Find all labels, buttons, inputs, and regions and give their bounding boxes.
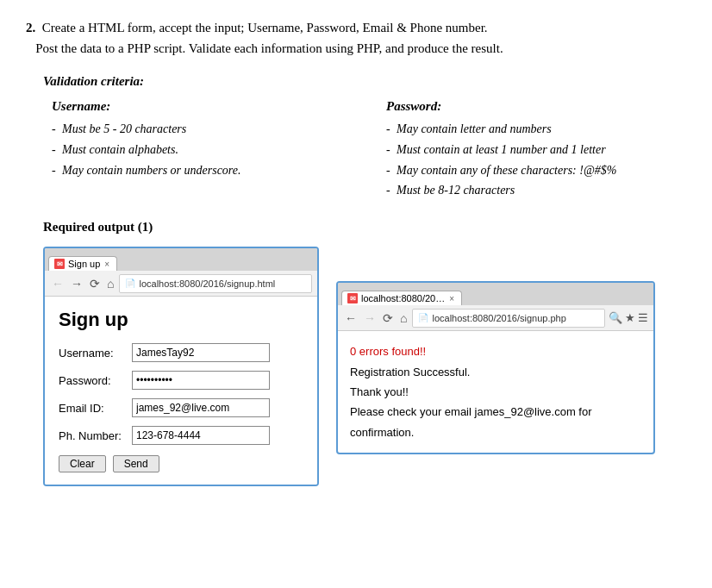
signup-address-bar[interactable]: 📄 localhost:8080/2016/signup.html (119, 274, 312, 293)
username-col-title: Username: (52, 99, 352, 114)
search-icon[interactable]: 🔍 (609, 311, 622, 324)
password-col: Password: May contain letter and numbers… (386, 99, 686, 201)
confirm-line: Please check your email james_92@live.co… (350, 402, 641, 442)
password-rule-3: May contain any of these characters: !@#… (386, 160, 686, 181)
signup-address-text: localhost:8080/2016/signup.html (139, 278, 275, 289)
result-address-page-icon: 📄 (418, 313, 428, 322)
username-label: Username: (59, 347, 132, 360)
thank-line: Thank you!! (350, 382, 641, 402)
required-output-title: Required output (1) (43, 220, 686, 235)
clear-button[interactable]: Clear (59, 455, 106, 472)
result-address-text: localhost:8080/2016/signup.php (432, 313, 565, 323)
result-browser-window: ✉ localhost:8080/2016/sign... × ← → ⟳ ⌂ … (336, 281, 655, 454)
signup-heading: Sign up (59, 309, 303, 331)
nav-home-btn[interactable]: ⌂ (105, 278, 116, 290)
password-row: Password: (59, 371, 303, 390)
signup-tab[interactable]: ✉ Sign up × (48, 256, 117, 271)
result-tab-close[interactable]: × (449, 294, 454, 303)
errors-line: 0 errors found!! (350, 341, 641, 361)
question-text: 2. Create a HTML form, accept the input;… (26, 17, 686, 59)
email-row: Email ID: (59, 398, 303, 417)
question-block: 2. Create a HTML form, accept the input;… (26, 17, 686, 486)
form-buttons: Clear Send (59, 455, 303, 472)
result-tab[interactable]: ✉ localhost:8080/2016/sign... × (341, 291, 462, 305)
username-rule-3: May contain numbers or underscore. (52, 160, 352, 181)
result-nav-home-btn[interactable]: ⌂ (398, 312, 409, 324)
password-rule-4: Must be 8-12 characters (386, 180, 686, 201)
username-rule-1: Must be 5 - 20 characters (52, 119, 352, 140)
result-nav-forward-btn[interactable]: → (362, 312, 378, 324)
result-content: 0 errors found!! Registration Successful… (338, 331, 653, 453)
password-input[interactable] (132, 371, 270, 390)
signup-tab-close[interactable]: × (104, 260, 109, 269)
username-rules: Must be 5 - 20 characters Must contain a… (52, 119, 352, 180)
username-col: Username: Must be 5 - 20 characters Must… (52, 99, 352, 201)
signup-browser-content: Sign up Username: Password: Email ID: Ph… (45, 297, 317, 485)
signup-browser-window: ✉ Sign up × ← → ⟳ ⌂ 📄 localhost:8080/201… (43, 247, 319, 486)
username-row: Username: (59, 343, 303, 362)
question-line1: Create a HTML form, accept the input; Us… (42, 21, 488, 34)
result-tab-favicon: ✉ (347, 293, 358, 303)
result-address-bar[interactable]: 📄 localhost:8080/2016/signup.php (412, 309, 605, 328)
phone-input[interactable] (132, 426, 270, 445)
nav-actions: 🔍 ★ ☰ (609, 311, 648, 324)
result-tab-label: localhost:8080/2016/sign... (361, 293, 446, 303)
signup-nav-bar: ← → ⟳ ⌂ 📄 localhost:8080/2016/signup.htm… (45, 271, 317, 297)
success-line: Registration Successful. (350, 362, 641, 382)
password-rule-2: Must contain at least 1 number and 1 let… (386, 140, 686, 160)
result-tab-bar: ✉ localhost:8080/2016/sign... × (338, 283, 653, 305)
nav-forward-btn[interactable]: → (69, 278, 84, 290)
question-line2: Post the data to a PHP script. Validate … (35, 41, 503, 55)
username-input[interactable] (132, 343, 270, 362)
address-page-icon: 📄 (125, 278, 135, 288)
phone-row: Ph. Number: (59, 426, 303, 445)
signup-tab-favicon: ✉ (54, 259, 65, 269)
username-rule-2: Must contain alphabets. (52, 140, 352, 160)
nav-refresh-btn[interactable]: ⟳ (88, 278, 102, 290)
send-button[interactable]: Send (113, 455, 159, 472)
password-rule-1: May contain letter and numbers (386, 119, 686, 140)
nav-back-btn[interactable]: ← (50, 278, 66, 290)
phone-label: Ph. Number: (59, 429, 132, 442)
validation-title: Validation criteria: (43, 74, 686, 89)
validation-section: Validation criteria: Username: Must be 5… (26, 74, 686, 201)
result-nav-refresh-btn[interactable]: ⟳ (381, 312, 395, 324)
password-label: Password: (59, 374, 132, 387)
validation-columns: Username: Must be 5 - 20 characters Must… (52, 99, 686, 201)
result-nav-bar: ← → ⟳ ⌂ 📄 localhost:8080/2016/signup.php… (338, 305, 653, 331)
question-number: 2. (26, 21, 35, 34)
bookmark-icon[interactable]: ★ (625, 311, 635, 324)
signup-tab-label: Sign up (68, 259, 100, 269)
signup-tab-bar: ✉ Sign up × (45, 248, 317, 271)
email-input[interactable] (132, 398, 270, 417)
password-col-title: Password: (386, 99, 686, 114)
email-label: Email ID: (59, 402, 132, 415)
menu-icon[interactable]: ☰ (638, 311, 648, 324)
browsers-row: ✉ Sign up × ← → ⟳ ⌂ 📄 localhost:8080/201… (43, 247, 686, 486)
password-rules: May contain letter and numbers Must cont… (386, 119, 686, 201)
result-nav-back-btn[interactable]: ← (343, 312, 359, 324)
